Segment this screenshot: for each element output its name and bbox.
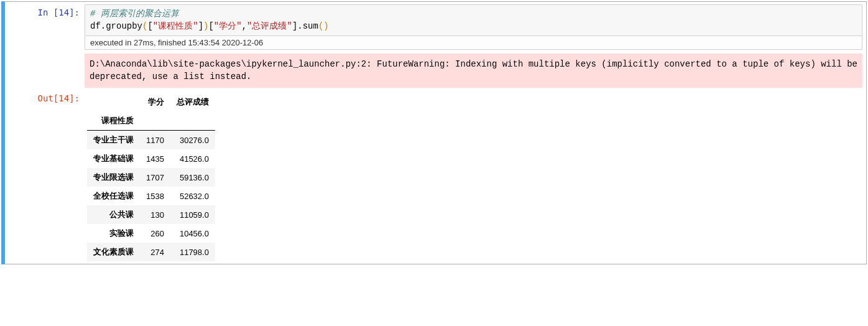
method-sum: sum [303, 21, 318, 31]
row-label: 公共课 [87, 205, 140, 224]
table-body: 专业主干课 1170 30276.0 专业基础课 1435 41526.0 专业… [87, 131, 215, 262]
col-header: 总评成绩 [170, 93, 215, 111]
output-prompt: Out[14]: [5, 90, 85, 105]
cell-value: 274 [140, 243, 170, 261]
row-label: 实验课 [87, 224, 140, 243]
bracket-open-2: [ [208, 21, 213, 31]
blank [140, 111, 170, 131]
cell-value: 1435 [140, 149, 170, 168]
code-input[interactable]: # 两层索引的聚合运算 df.groupby(["课程性质"])["学分","总… [85, 4, 862, 36]
cell-value: 30276.0 [170, 131, 215, 150]
warning-output: D:\Anaconda\lib\site-packages\ipykernel_… [85, 54, 862, 88]
table-row: 专业主干课 1170 30276.0 [87, 131, 215, 150]
input-main-col: # 两层索引的聚合运算 df.groupby(["课程性质"])["学分","总… [85, 4, 866, 88]
table-header-row-cols: 学分 总评成绩 [87, 93, 215, 111]
cell-value: 1538 [140, 187, 170, 205]
cell-value: 130 [140, 205, 170, 224]
table-row: 专业限选课 1707 59136.0 [87, 168, 215, 187]
table-row: 全校任选课 1538 52632.0 [87, 187, 215, 205]
output-main-col: 学分 总评成绩 课程性质 专业主干课 1170 30276.0 [85, 90, 866, 261]
col-header: 学分 [140, 93, 170, 111]
notebook-cell: In [14]: # 两层索引的聚合运算 df.groupby(["课程性质"]… [1, 1, 867, 264]
bracket-open: [ [147, 21, 152, 31]
code-ident: df.groupby [90, 21, 142, 31]
cell-value: 260 [140, 224, 170, 243]
input-prompt: In [14]: [5, 4, 85, 19]
table-row: 实验课 260 10456.0 [87, 224, 215, 243]
cell-value: 10456.0 [170, 224, 215, 243]
table-row: 文化素质课 274 11798.0 [87, 243, 215, 261]
row-label: 专业限选课 [87, 168, 140, 187]
cell-value: 1170 [140, 131, 170, 150]
index-name: 课程性质 [87, 111, 140, 131]
row-label: 全校任选课 [87, 187, 140, 205]
cell-value: 11798.0 [170, 243, 215, 261]
cell-value: 59136.0 [170, 168, 215, 187]
cell-value: 1707 [140, 168, 170, 187]
code-comment: # 两层索引的聚合运算 [90, 9, 179, 19]
output-dataframe: 学分 总评成绩 课程性质 专业主干课 1170 30276.0 [87, 93, 215, 261]
string-lit: "课程性质" [153, 21, 198, 31]
table-row: 专业基础课 1435 41526.0 [87, 149, 215, 168]
string-lit-3: "总评成绩" [247, 21, 292, 31]
dot: . [297, 21, 302, 31]
code-line-1: # 两层索引的聚合运算 [90, 8, 857, 21]
row-label: 专业主干课 [87, 131, 140, 150]
paren-close-2: ) [323, 21, 328, 31]
blank [170, 111, 215, 131]
table-head: 学分 总评成绩 课程性质 [87, 93, 215, 131]
bracket-close: ] [198, 21, 203, 31]
input-row: In [14]: # 两层索引的聚合运算 df.groupby(["课程性质"]… [5, 4, 866, 88]
cell-value: 52632.0 [170, 187, 215, 205]
comma: , [242, 21, 247, 31]
table-row: 公共课 130 11059.0 [87, 205, 215, 224]
code-line-2: df.groupby(["课程性质"])["学分","总评成绩"].sum() [90, 21, 857, 33]
table-header-row-index: 课程性质 [87, 111, 215, 131]
cell-value: 11059.0 [170, 205, 215, 224]
row-label: 文化素质课 [87, 243, 140, 261]
blank-corner [87, 93, 140, 111]
execution-time: executed in 27ms, finished 15:43:54 2020… [85, 36, 862, 50]
row-label: 专业基础课 [87, 149, 140, 168]
cell-value: 41526.0 [170, 149, 215, 168]
output-row: Out[14]: 学分 总评成绩 课程性质 [5, 90, 866, 261]
string-lit-2: "学分" [214, 21, 242, 31]
